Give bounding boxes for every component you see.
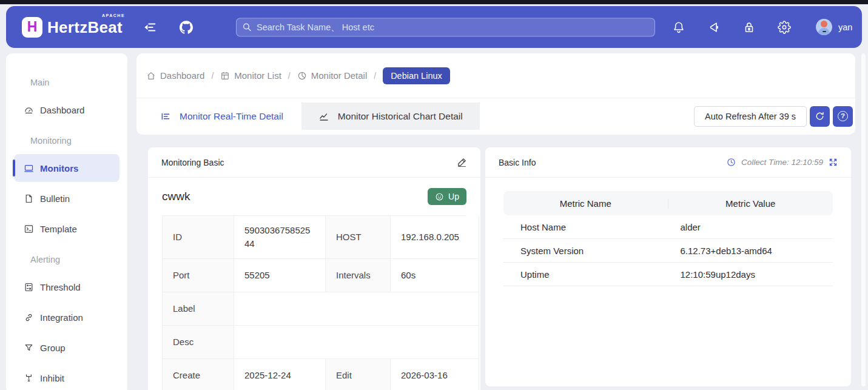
settings-gear-icon[interactable] xyxy=(778,21,791,34)
avatar-mouth xyxy=(823,31,826,32)
monitoring-basic-header: Monitoring Basic xyxy=(148,147,480,178)
prop-value: 60s xyxy=(391,259,479,292)
sidebar-item-group[interactable]: Group xyxy=(14,334,119,361)
group-funnel-icon xyxy=(24,343,34,353)
sidebar-item-threshold[interactable]: Threshold xyxy=(14,273,119,301)
prop-key: Edit xyxy=(326,359,391,390)
bulletin-file-icon xyxy=(24,193,34,204)
metric-name: System Version xyxy=(503,246,668,256)
lock-icon[interactable] xyxy=(742,21,756,34)
sidebar-item-label: Integration xyxy=(40,312,83,323)
monitor-properties-table: ID 590303675852544 HOST 192.168.0.205 Po… xyxy=(162,215,466,390)
inhibit-icon xyxy=(24,373,34,383)
prop-value xyxy=(234,326,479,359)
app-window: H HertzBeat APACHE xyxy=(0,0,868,390)
line-chart-icon xyxy=(318,111,329,122)
collect-time: Collect Time: 12:10:59 xyxy=(741,158,823,167)
prop-key: Label xyxy=(163,292,234,326)
prop-key: Port xyxy=(163,259,234,292)
monitor-list-icon xyxy=(220,71,230,81)
sidebar-item-label: Template xyxy=(40,224,77,234)
brand[interactable]: HertzBeat APACHE xyxy=(47,18,123,36)
metric-value: 12:10:59up12days xyxy=(668,269,833,280)
tab-historical-chart[interactable]: Monitor Historical Chart Detail xyxy=(301,103,480,130)
collect-time-group: Collect Time: 12:10:59 xyxy=(727,158,838,167)
refresh-button[interactable] xyxy=(810,106,830,127)
tab-label: Monitor Real-Time Detail xyxy=(180,111,283,122)
breadcrumb-separator: / xyxy=(288,71,291,81)
sidebar-item-integration[interactable]: Integration xyxy=(14,303,119,331)
breadcrumb-separator: / xyxy=(374,71,376,81)
search-input[interactable] xyxy=(236,18,655,36)
metric-value-column: Metric Value xyxy=(668,198,833,209)
metric-name: Uptime xyxy=(503,269,668,280)
breadcrumb-separator: / xyxy=(211,71,214,81)
breadcrumb-monitor-detail[interactable]: Monitor Detail xyxy=(297,70,368,81)
avatar-head xyxy=(821,21,827,27)
home-icon xyxy=(146,71,156,81)
auto-refresh-button[interactable]: Auto Refresh After 39 s xyxy=(694,106,807,127)
prop-value: 590303675852544 xyxy=(234,216,326,259)
sidebar-item-label: Group xyxy=(40,343,66,353)
user-avatar[interactable] xyxy=(816,19,832,35)
sidebar-section-monitoring: Monitoring xyxy=(6,130,127,152)
monitor-name-row: cwwk Up xyxy=(162,188,466,205)
sidebar-item-inhibit[interactable]: Inhibit xyxy=(14,364,119,390)
metric-row: Uptime 12:10:59up12days xyxy=(503,263,833,286)
tab-label: Monitor Historical Chart Detail xyxy=(338,111,463,122)
refresh-cluster: Auto Refresh After 39 s ? xyxy=(694,106,853,127)
brand-badge: APACHE xyxy=(102,13,125,17)
sidebar-item-label: Threshold xyxy=(40,282,81,292)
metric-value: alder xyxy=(668,222,833,232)
card-title: Monitoring Basic xyxy=(161,158,224,167)
sidebar-item-template[interactable]: Template xyxy=(14,215,119,243)
breadcrumb-current-badge: Debian Linux xyxy=(383,67,450,84)
sidebar-item-label: Inhibit xyxy=(40,373,64,383)
page-scrollbar[interactable] xyxy=(861,53,866,386)
content-top-panel: Dashboard / Monitor List / Monitor Detai… xyxy=(136,53,855,135)
metric-name: Host Name xyxy=(503,222,668,232)
basic-info-body: Metric Name Metric Value Host Name alder… xyxy=(485,178,851,286)
sidebar-section-main: Main xyxy=(6,72,127,93)
metric-row: Host Name alder xyxy=(503,215,833,239)
monitor-detail-pie-icon xyxy=(297,71,307,81)
template-terminal-icon xyxy=(24,224,34,234)
metric-name-column: Metric Name xyxy=(503,198,668,209)
monitor-icon xyxy=(24,163,34,173)
sidebar-item-dashboard[interactable]: Dashboard xyxy=(14,96,119,124)
edit-monitor-button[interactable] xyxy=(457,157,467,167)
help-icon: ? xyxy=(838,111,848,121)
breadcrumb-monitor-list[interactable]: Monitor List xyxy=(220,70,281,81)
sidebar-item-bulletin[interactable]: Bulletin xyxy=(14,184,119,212)
notification-bell-icon[interactable] xyxy=(672,21,685,34)
refresh-icon xyxy=(815,111,825,121)
prop-value xyxy=(234,292,479,326)
sidebar-item-monitors[interactable]: Monitors xyxy=(14,154,119,182)
monitor-name: cwwk xyxy=(162,190,190,203)
detail-toolbar: Monitor Real-Time Detail Monitor Histori… xyxy=(136,98,855,134)
prop-value: 55205 xyxy=(234,259,326,292)
pencil-icon xyxy=(457,157,467,167)
status-badge: Up xyxy=(428,188,466,205)
tab-realtime-detail[interactable]: Monitor Real-Time Detail xyxy=(143,103,300,130)
username[interactable]: yan xyxy=(838,22,852,32)
prop-key: HOST xyxy=(326,216,391,259)
breadcrumb: Dashboard / Monitor List / Monitor Detai… xyxy=(136,53,855,98)
search-icon xyxy=(242,22,252,32)
prop-key: Create xyxy=(163,359,234,390)
prop-value: 192.168.0.205 xyxy=(391,216,479,259)
threshold-calculator-icon xyxy=(24,282,34,292)
prop-key: Intervals xyxy=(326,259,391,292)
hertzbeat-logo-icon[interactable]: H xyxy=(22,17,42,38)
breadcrumb-label: Monitor List xyxy=(234,70,281,81)
announcement-icon[interactable] xyxy=(707,21,721,34)
sidebar: Main Dashboard Monitoring Monitors Bulle… xyxy=(6,53,127,390)
collapse-menu-icon[interactable] xyxy=(144,21,157,34)
expand-icon[interactable] xyxy=(829,158,838,167)
breadcrumb-dashboard[interactable]: Dashboard xyxy=(146,70,204,81)
help-button[interactable]: ? xyxy=(833,106,853,127)
github-icon[interactable] xyxy=(180,21,193,34)
sidebar-item-label: Monitors xyxy=(40,163,78,173)
metric-value: 6.12.73+deb13-amd64 xyxy=(668,246,833,256)
detail-tabs: Monitor Real-Time Detail Monitor Histori… xyxy=(143,103,480,130)
